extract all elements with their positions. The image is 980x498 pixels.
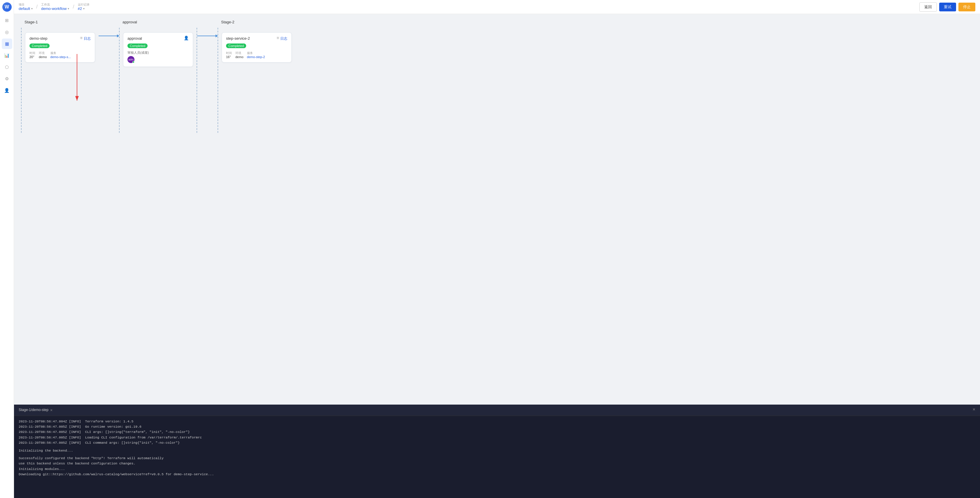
log-line-11: Downloading git::https://github.com/walr… (19, 472, 975, 477)
workflow-selector[interactable]: demo-workflow ▾ (41, 6, 69, 11)
s2-meta-service: 服务 demo-step-2 (247, 51, 265, 59)
approval-card: 👤 approval Completed 审核人员(或签) adm (123, 32, 193, 67)
meta-env: 环境 demo (39, 51, 47, 59)
s2-meta-time: 时间 16'' (226, 51, 232, 59)
reviewer-avatar-circle: adm (127, 56, 134, 63)
sidebar-item-circle[interactable]: ◎ (2, 27, 12, 37)
approval-inner: 👤 approval Completed 审核人员(或签) adm (119, 28, 197, 133)
stage-1-inner: demo-step Completed 日志 ✳ 时间 20'' 环境 demo (21, 28, 99, 133)
demo-step-status: Completed (29, 43, 49, 48)
demo-step-meta: 时间 20'' 环境 demo 服务 demo-step-s... (29, 51, 91, 59)
meta-time: 时间 20'' (29, 51, 35, 59)
sep1: / (36, 4, 38, 10)
arrow-h-1 (99, 36, 119, 36)
stage-2-block: Stage-2 step-service-2 Completed 日志 ✳ 时间… (218, 20, 295, 133)
sidebar-item-chart[interactable]: 📊 (2, 50, 12, 61)
stage-2-title: Stage-2 (218, 20, 234, 24)
demo-step-log-link[interactable]: 日志 (84, 36, 91, 41)
workflow-label: 工作流 (41, 3, 69, 6)
step-service-2-log-link[interactable]: 日志 (280, 36, 287, 41)
stage-1-block: Stage-1 demo-step Completed 日志 ✳ 时间 20'' (21, 20, 99, 133)
project-selector[interactable]: default ▾ (19, 6, 33, 11)
approval-person-icon: 👤 (184, 36, 189, 40)
workflow-chevron-icon: ▾ (68, 7, 69, 10)
pipeline-canvas: Stage-1 demo-step Completed 日志 ✳ 时间 20'' (14, 14, 980, 405)
log-panel-header: Stage-1/demo-step × × (14, 405, 980, 416)
arrow-connector-2 (197, 20, 218, 36)
log-tab[interactable]: Stage-1/demo-step × (19, 407, 52, 413)
log-content: 2023-11-20T08:56:47.004Z [INFO] Terrafor… (14, 416, 980, 480)
log-line-1: 2023-11-20T08:56:47.005Z [INFO] Go runti… (19, 424, 975, 429)
step-service-2-status: Completed (226, 43, 246, 48)
step-service-2-card: step-service-2 Completed 日志 ✳ 时间 16'' 环境… (222, 32, 292, 62)
run-selector[interactable]: #2 ▾ (78, 6, 89, 11)
log-line-0: 2023-11-20T08:56:47.004Z [INFO] Terrafor… (19, 419, 975, 424)
reviewer-online-dot (132, 61, 134, 63)
run-chevron-icon: ▾ (83, 7, 84, 10)
log-panel-close-icon[interactable]: × (972, 406, 975, 414)
log-line-10: Initializing modules... (19, 466, 975, 472)
log-line-2: 2023-11-20T08:56:47.005Z [INFO] CLI args… (19, 429, 975, 435)
log-line-3: 2023-11-20T08:56:47.005Z [INFO] Loading … (19, 435, 975, 440)
log-line-8: Successfully configured the backend "htt… (19, 456, 975, 461)
run-section: 运行记录 #2 ▾ (78, 3, 89, 11)
app-logo[interactable]: W (2, 2, 12, 12)
sidebar-item-settings[interactable]: ⚙ (2, 73, 12, 84)
retry-button[interactable]: 重试 (939, 3, 956, 11)
approval-step-status: Completed (127, 43, 148, 48)
sidebar: W ⊞ ◎ ▦ 📊 ⬡ ⚙ 👤 (0, 0, 14, 498)
reviewer-avatar: adm (127, 55, 189, 63)
log-line-5 (19, 446, 975, 448)
stage-1-title: Stage-1 (21, 20, 38, 24)
sidebar-item-apps[interactable]: ⊞ (2, 15, 12, 26)
arrow-connector-1 (99, 20, 119, 36)
s2-meta-env: 环境 demo (235, 51, 243, 59)
reviewer-label: 审核人员(或签) (127, 51, 189, 55)
meta-service: 服务 demo-step-s... (51, 51, 71, 59)
sep2: / (73, 4, 74, 10)
demo-step-settings-icon[interactable]: ✳ (80, 36, 83, 40)
arrow-h-2 (197, 36, 218, 36)
log-line-6: Initializing the backend... (19, 448, 975, 453)
workflow-section: 工作流 demo-workflow ▾ (41, 3, 69, 11)
sidebar-item-network[interactable]: ⬡ (2, 62, 12, 72)
approval-block: approval 👤 approval Completed 审核人员(或签) a… (119, 20, 197, 133)
page-header: 项目 default ▾ / 工作流 demo-workflow ▾ / 运行记… (14, 0, 980, 14)
approval-title: approval (119, 20, 137, 24)
stage-2-inner: step-service-2 Completed 日志 ✳ 时间 16'' 环境… (218, 28, 295, 133)
back-button[interactable]: 返回 (920, 2, 937, 12)
stop-button[interactable]: 停止 (958, 3, 975, 11)
log-line-9: use this backend unless the backend conf… (19, 461, 975, 466)
sidebar-item-user[interactable]: 👤 (2, 85, 12, 96)
log-tab-label: Stage-1/demo-step (19, 407, 48, 413)
demo-step-card: demo-step Completed 日志 ✳ 时间 20'' 环境 demo (25, 32, 95, 62)
log-line-7 (19, 453, 975, 456)
run-label: 运行记录 (78, 3, 89, 6)
step-service-2-meta: 时间 16'' 环境 demo 服务 demo-step-2 (226, 51, 287, 59)
log-tab-close-icon[interactable]: × (50, 408, 52, 412)
log-panel: Stage-1/demo-step × × 2023-11-20T08:56:4… (14, 405, 980, 498)
project-chevron-icon: ▾ (31, 7, 33, 10)
project-section: 项目 default ▾ (19, 3, 33, 11)
log-line-4: 2023-11-20T08:56:47.005Z [INFO] CLI comm… (19, 440, 975, 445)
sidebar-item-grid[interactable]: ▦ (2, 38, 12, 49)
project-label: 项目 (19, 3, 33, 6)
step-service-2-settings-icon[interactable]: ✳ (276, 36, 280, 40)
approval-step-title: approval (127, 36, 189, 41)
